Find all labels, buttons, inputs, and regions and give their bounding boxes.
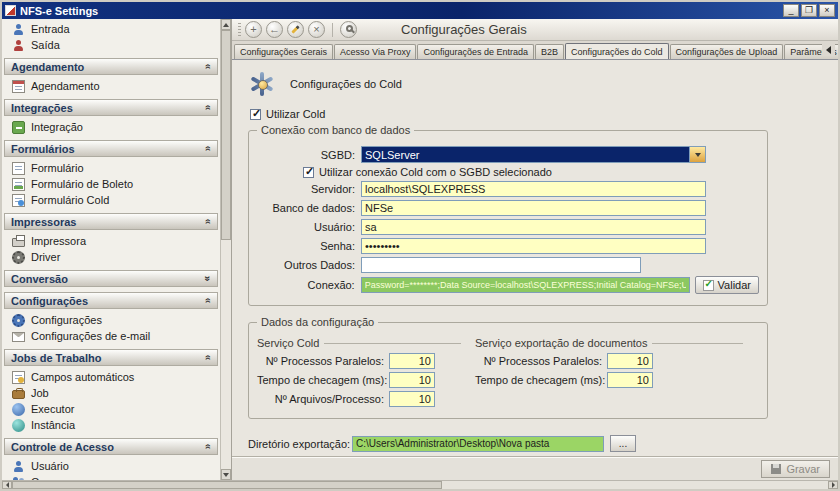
close-button[interactable]: × — [819, 4, 835, 17]
toolbar-grip[interactable] — [238, 23, 241, 37]
search-icon — [346, 25, 353, 32]
app-icon — [5, 5, 16, 16]
edit-pencil-icon — [291, 25, 299, 33]
sidebar-item-impressora[interactable]: Impressora — [2, 233, 220, 249]
section-title: Configurações — [11, 295, 88, 307]
user-icon — [12, 460, 25, 473]
edit-button[interactable] — [287, 21, 304, 38]
servico-cold-title: Serviço Cold — [257, 337, 319, 349]
scrollbar-thumb[interactable] — [221, 30, 231, 240]
cold-tempo-input[interactable] — [389, 372, 435, 388]
sidebar-item-campos-automaticos[interactable]: Campos automáticos — [2, 369, 220, 385]
outros-dados-label: Outros Dados: — [257, 259, 361, 271]
calendar-icon — [12, 80, 25, 93]
cancel-button[interactable]: × — [308, 21, 325, 38]
outros-dados-input[interactable] — [361, 257, 641, 273]
chevron-up-icon — [203, 355, 214, 361]
tab-b2b[interactable]: B2B — [535, 44, 564, 59]
window-title: NFS-e Settings — [20, 5, 783, 17]
tab-configuracoes-entrada[interactable]: Configurações de Entrada — [417, 44, 534, 59]
tab-acesso-via-proxy[interactable]: Acesso Via Proxy — [334, 44, 416, 59]
sidebar-item-agendamento[interactable]: Agendamento — [2, 78, 220, 94]
mail-icon — [12, 332, 25, 342]
sidebar-item-formulario[interactable]: Formulário — [2, 160, 220, 176]
sidebar-item-label: Instância — [31, 419, 75, 431]
hscrollbar-thumb[interactable] — [12, 481, 442, 489]
auto-fields-icon — [12, 371, 25, 384]
minimize-button[interactable]: _ — [783, 4, 799, 17]
sidebar-item-instancia[interactable]: Instância — [2, 417, 220, 433]
scroll-right-icon[interactable] — [828, 481, 838, 489]
sidebar-item-saida[interactable]: Saída — [2, 37, 220, 53]
hscrollbar-track[interactable] — [12, 481, 828, 489]
sidebar-section-jobs[interactable]: Jobs de Trabalho — [4, 349, 218, 366]
sidebar-item-formulario-cold[interactable]: Formulário Cold — [2, 192, 220, 208]
usuario-label: Usuário: — [257, 221, 361, 233]
utilizar-cold-checkbox[interactable] — [250, 109, 261, 120]
add-button[interactable]: + — [245, 21, 262, 38]
scrollbar-track[interactable] — [221, 30, 231, 469]
tab-scroll-left-icon[interactable] — [822, 44, 835, 56]
page-title: Configurações do Cold — [290, 78, 402, 90]
sidebar-item-executor[interactable]: Executor — [2, 401, 220, 417]
conexao-input[interactable] — [361, 277, 690, 293]
form-boleto-icon — [12, 178, 25, 191]
sidebar-content: Entrada Saída Agendamento Agendamento In… — [2, 19, 220, 480]
browse-button[interactable]: ... — [610, 435, 636, 452]
validar-button[interactable]: Validar — [695, 276, 759, 294]
sidebar-section-configuracoes[interactable]: Configurações — [4, 292, 218, 309]
cold-sgbd-checkbox-label: Utilizar conexão Cold com o SGBD selecio… — [319, 166, 552, 178]
sidebar-section-conversao[interactable]: Conversão — [4, 270, 218, 287]
tab-configuracoes-cold[interactable]: Configurações do Cold — [565, 43, 669, 59]
sidebar-section-controle-acesso[interactable]: Controle de Acesso — [4, 438, 218, 455]
sidebar-item-formulario-boleto[interactable]: Formulário de Boleto — [2, 176, 220, 192]
cold-arquivos-input[interactable] — [389, 391, 435, 407]
maximize-button[interactable]: ❐ — [801, 4, 817, 17]
usuario-input[interactable] — [361, 219, 706, 235]
scroll-up-icon[interactable] — [221, 19, 231, 30]
sidebar-section-integracoes[interactable]: Integrações — [4, 99, 218, 116]
export-processos-input[interactable] — [607, 353, 653, 369]
sidebar-item-configuracoes[interactable]: Configurações — [2, 312, 220, 328]
sidebar-section-formularios[interactable]: Formulários — [4, 140, 218, 157]
export-tempo-input[interactable] — [607, 372, 653, 388]
chevron-down-icon — [203, 276, 214, 282]
section-title: Formulários — [11, 143, 75, 155]
gravar-button[interactable]: Gravar — [761, 460, 830, 478]
sidebar-scrollbar[interactable] — [220, 19, 231, 480]
validar-button-label: Validar — [718, 279, 751, 291]
senha-input[interactable] — [361, 238, 706, 254]
titlebar[interactable]: NFS-e Settings _ ❐ × — [2, 2, 838, 19]
sidebar-item-job[interactable]: Job — [2, 385, 220, 401]
sgbd-combobox[interactable]: SQLServer — [361, 146, 706, 163]
sidebar-item-entrada[interactable]: Entrada — [2, 21, 220, 37]
scroll-left-icon[interactable] — [2, 481, 12, 489]
sidebar-item-integracao[interactable]: Integração — [2, 119, 220, 135]
tab-configuracoes-gerais[interactable]: Configurações Gerais — [234, 44, 333, 59]
sidebar-item-usuario[interactable]: Usuário — [2, 458, 220, 474]
sidebar-item-configuracoes-email[interactable]: Configurações de e-mail — [2, 328, 220, 344]
combo-dropdown-icon[interactable] — [689, 147, 705, 162]
servico-export-title: Serviço exportação de documentos — [475, 337, 647, 349]
search-button[interactable] — [340, 21, 357, 38]
sidebar-item-driver[interactable]: Driver — [2, 249, 220, 265]
back-button[interactable]: ← — [266, 21, 283, 38]
sidebar-item-label: Job — [31, 387, 49, 399]
sidebar-section-impressoras[interactable]: Impressoras — [4, 213, 218, 230]
scroll-down-icon[interactable] — [221, 469, 231, 480]
chevron-up-icon — [203, 105, 214, 111]
servico-cold-column: Serviço Cold Nº Processos Paralelos: Tem… — [257, 335, 461, 410]
servidor-input[interactable] — [361, 181, 706, 197]
form-icon — [12, 162, 25, 175]
diretorio-input[interactable] — [352, 436, 604, 452]
sidebar-section-agendamento[interactable]: Agendamento — [4, 58, 218, 75]
cold-sgbd-checkbox[interactable] — [303, 167, 314, 178]
horizontal-scrollbar[interactable] — [2, 480, 838, 489]
section-title: Agendamento — [11, 61, 84, 73]
cold-processos-input[interactable] — [389, 353, 435, 369]
back-icon: ← — [269, 24, 280, 35]
banco-dados-input[interactable] — [361, 200, 706, 216]
job-briefcase-icon — [12, 390, 25, 399]
tab-configuracoes-upload[interactable]: Configurações de Upload — [670, 44, 784, 59]
saida-person-icon — [12, 39, 25, 52]
